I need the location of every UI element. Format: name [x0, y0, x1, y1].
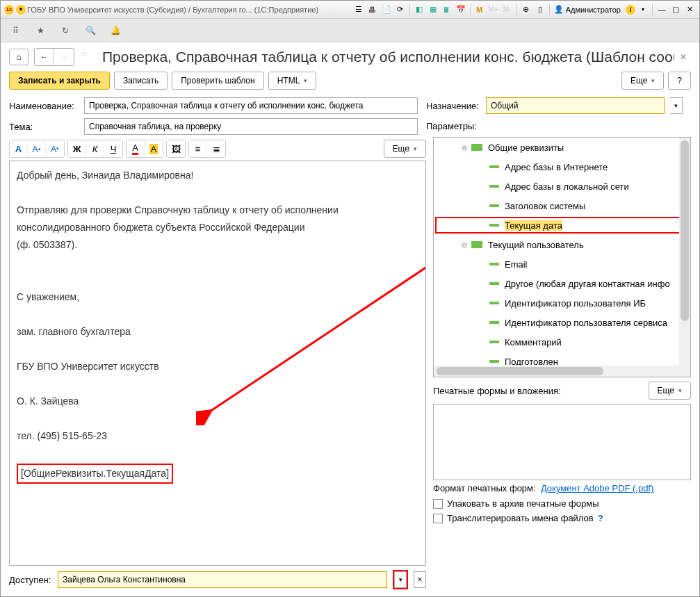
- save-close-button[interactable]: Записать и закрыть: [9, 72, 110, 90]
- tree-item[interactable]: Другое (любая другая контактная инфо: [434, 274, 690, 293]
- tree-label: Комментарий: [505, 337, 562, 347]
- menubar: ⠿ ★ ↻ 🔍 🔔: [1, 19, 699, 42]
- printforms-label: Печатные формы и вложения:: [433, 386, 561, 396]
- user-name: Администратор: [566, 6, 621, 14]
- dropdown-icon[interactable]: ▼: [16, 5, 26, 15]
- format-link[interactable]: Документ Adobe PDF (.pdf): [541, 483, 653, 493]
- item-icon: [489, 360, 499, 363]
- html-button[interactable]: HTML: [268, 72, 317, 90]
- editor-regards: С уважением,: [17, 290, 418, 304]
- bell-icon[interactable]: 🔔: [109, 24, 122, 37]
- tree-item[interactable]: Идентификатор пользователя ИБ: [434, 293, 690, 313]
- list-bul-btn[interactable]: ≣: [207, 140, 225, 157]
- tree-item[interactable]: Адрес базы в локальной сети: [434, 177, 690, 196]
- mminus-icon[interactable]: M-: [501, 3, 514, 16]
- more-button[interactable]: Еще: [621, 72, 664, 90]
- star-icon[interactable]: ★: [34, 24, 47, 37]
- tree-item[interactable]: Email: [434, 254, 690, 274]
- doc-icon[interactable]: 📄: [380, 3, 393, 16]
- compare-icon[interactable]: ◧: [413, 3, 425, 16]
- check-template-button[interactable]: Проверить шаблон: [172, 72, 263, 90]
- italic-btn[interactable]: К: [86, 140, 104, 157]
- help-button[interactable]: ?: [668, 72, 691, 90]
- info-icon[interactable]: i: [626, 5, 635, 15]
- tree-label: Текущий пользователь: [488, 240, 584, 250]
- tree-folder[interactable]: ⊖ Общие реквизиты: [434, 138, 690, 157]
- insert-image-btn[interactable]: 🖼: [167, 140, 185, 157]
- calendar-icon[interactable]: 📅: [455, 3, 467, 16]
- calc-icon[interactable]: 🖩: [441, 3, 453, 16]
- editor-body-line: Отправляю для проверки Справочную таблиц…: [17, 203, 418, 218]
- tree-item[interactable]: Идентификатор пользователя сервиса: [434, 313, 690, 332]
- font-size-btn[interactable]: A: [10, 140, 28, 157]
- tree-label: Идентификатор пользователя сервиса: [505, 318, 667, 328]
- m-icon[interactable]: M: [473, 3, 486, 16]
- translit-help-icon[interactable]: ?: [598, 513, 603, 523]
- tree-scrollbar-h[interactable]: [434, 366, 679, 377]
- folder-icon: [471, 144, 482, 151]
- tree-item[interactable]: Адрес базы в Интернете: [434, 157, 690, 177]
- font-inc-btn[interactable]: A▴: [28, 140, 46, 157]
- back-icon[interactable]: ⊕: [520, 3, 532, 16]
- font-dec-btn[interactable]: A▾: [46, 140, 64, 157]
- nav-back-button[interactable]: ←: [35, 49, 54, 65]
- tree-scrollbar-v[interactable]: [679, 138, 690, 377]
- item-icon: [489, 185, 499, 188]
- tree-label: Заголовок системы: [505, 201, 585, 211]
- favorite-star-icon[interactable]: ☆: [80, 49, 97, 65]
- home-button[interactable]: ⌂: [9, 49, 29, 65]
- available-input[interactable]: Зайцева Ольга Константиновна: [58, 571, 387, 588]
- dest-input[interactable]: Общий: [486, 97, 665, 114]
- dest-label: Назначение:: [426, 101, 480, 111]
- maximize-icon[interactable]: ▢: [669, 3, 682, 16]
- translit-checkbox[interactable]: [433, 514, 443, 523]
- tree-folder[interactable]: ⊖ Текущий пользователь: [434, 235, 690, 254]
- history-icon[interactable]: ↻: [59, 24, 72, 37]
- available-label: Доступен:: [9, 575, 52, 585]
- tree-item[interactable]: Заголовок системы: [434, 196, 690, 215]
- tree-label: Адрес базы в локальной сети: [505, 181, 629, 192]
- tree-label: Email: [505, 259, 528, 270]
- name-input[interactable]: [84, 97, 418, 114]
- search-icon[interactable]: 🔍: [84, 24, 97, 37]
- editor-body[interactable]: Добрый день, Зинаида Владимировна! Отпра…: [9, 161, 426, 566]
- panel-icon[interactable]: ▯: [534, 3, 546, 16]
- available-clear-icon[interactable]: ×: [414, 571, 426, 588]
- format-label: Формат печатных форм:: [433, 483, 536, 493]
- pack-checkbox[interactable]: [433, 499, 443, 509]
- printforms-more-button[interactable]: Еще: [649, 382, 691, 400]
- tree-item[interactable]: Комментарий: [434, 332, 690, 352]
- minimize-icon[interactable]: —: [656, 3, 668, 16]
- tb-icon-1[interactable]: ☰: [352, 3, 365, 16]
- nav-fwd-button[interactable]: →: [54, 49, 74, 65]
- refresh-icon[interactable]: ⟳: [394, 3, 407, 16]
- mplus-icon[interactable]: M+: [487, 3, 500, 16]
- page-header: ⌂ ← → ☆ Проверка, Справочная таблица к о…: [1, 42, 699, 66]
- print-icon[interactable]: 🖶: [366, 3, 379, 16]
- available-dropdown-icon[interactable]: ▾: [394, 571, 407, 588]
- close-page-icon[interactable]: ✕: [680, 52, 691, 62]
- apps-icon[interactable]: ⠿: [9, 24, 22, 37]
- underline-btn[interactable]: Ч: [104, 140, 122, 157]
- editor-more-button[interactable]: Еще: [384, 140, 426, 158]
- bg-color-btn[interactable]: A: [145, 140, 163, 157]
- list-num-btn[interactable]: ≡: [189, 140, 207, 157]
- params-tree[interactable]: ⊖ Общие реквизиты Адрес базы в Интернете…: [433, 137, 691, 377]
- close-window-icon[interactable]: ✕: [683, 3, 696, 16]
- editor-body-line: консолидированного бюджета субъекта Росс…: [17, 220, 418, 235]
- dest-dropdown-icon[interactable]: ▾: [670, 97, 683, 114]
- bold-btn[interactable]: Ж: [68, 140, 86, 157]
- user-icon[interactable]: 👤: [553, 3, 565, 16]
- attachments-box[interactable]: [433, 404, 691, 480]
- item-icon: [489, 341, 499, 343]
- collapse-icon[interactable]: ⊖: [462, 144, 471, 152]
- table-icon[interactable]: ▦: [427, 3, 439, 16]
- titlebar: 1с ▼ ГОБУ ВПО Университет искусств (Субс…: [1, 1, 699, 19]
- subject-input[interactable]: [84, 118, 418, 135]
- tree-item-current-date[interactable]: Текущая дата: [434, 215, 690, 235]
- save-button[interactable]: Записать: [114, 72, 168, 90]
- info-drop-icon[interactable]: ▾: [637, 3, 649, 16]
- font-color-btn[interactable]: A: [127, 140, 145, 157]
- window-title: ГОБУ ВПО Университет искусств (Субсидия)…: [27, 6, 352, 14]
- collapse-icon[interactable]: ⊖: [462, 241, 471, 249]
